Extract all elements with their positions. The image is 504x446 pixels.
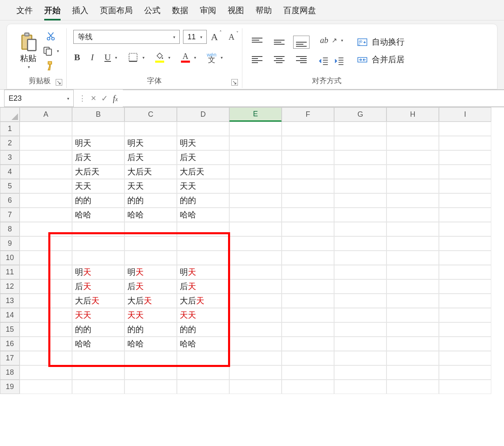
cell[interactable]: 大后天	[177, 294, 229, 308]
cell[interactable]	[386, 322, 439, 337]
cell[interactable]: 后天	[124, 150, 177, 165]
cell[interactable]	[282, 222, 334, 236]
cell[interactable]: 明天	[177, 136, 229, 150]
increase-indent-button[interactable]	[333, 55, 346, 67]
cell[interactable]	[334, 193, 386, 208]
cell[interactable]: 明天	[72, 136, 124, 150]
cell[interactable]	[334, 279, 386, 294]
font-size-combo[interactable]: 11 ▾	[183, 30, 207, 44]
copy-button[interactable]: ▾	[41, 45, 60, 57]
cell[interactable]	[439, 122, 491, 136]
cell[interactable]	[282, 236, 334, 251]
cell[interactable]	[177, 380, 229, 394]
cell[interactable]	[124, 351, 177, 365]
cell[interactable]	[334, 208, 386, 222]
cell[interactable]	[229, 122, 282, 136]
merge-center-button[interactable]: 合并后居	[357, 54, 405, 65]
cell[interactable]	[386, 208, 439, 222]
cell[interactable]	[72, 365, 124, 380]
row-header[interactable]: 18	[0, 365, 20, 380]
row-header[interactable]: 2	[0, 136, 20, 150]
cell[interactable]	[386, 308, 439, 322]
cell[interactable]	[124, 236, 177, 251]
font-color-button[interactable]: A ▾	[180, 51, 197, 63]
cell[interactable]	[334, 122, 386, 136]
cell[interactable]	[282, 279, 334, 294]
cell[interactable]: 大后天	[72, 294, 124, 308]
cell[interactable]	[177, 351, 229, 365]
cell[interactable]: 大后天	[124, 165, 177, 179]
cell[interactable]	[177, 251, 229, 265]
more-icon[interactable]: ⋮	[79, 94, 86, 103]
row-header[interactable]: 5	[0, 179, 20, 193]
cell[interactable]	[334, 179, 386, 193]
cell[interactable]: 哈哈	[72, 337, 124, 351]
row-header[interactable]: 14	[0, 308, 20, 322]
cell[interactable]	[20, 136, 72, 150]
chevron-down-icon[interactable]: ▾	[28, 65, 30, 69]
cell[interactable]	[20, 308, 72, 322]
tab-data[interactable]: 数据	[172, 5, 188, 16]
cell[interactable]	[229, 279, 282, 294]
cell[interactable]	[439, 337, 491, 351]
fill-color-button[interactable]: ▾	[154, 51, 171, 63]
cell[interactable]: 的的	[72, 322, 124, 337]
cell[interactable]	[229, 222, 282, 236]
cell[interactable]: 大后天	[177, 165, 229, 179]
cell[interactable]: 天天	[124, 179, 177, 193]
row-header[interactable]: 15	[0, 322, 20, 337]
cell[interactable]: 哈哈	[177, 337, 229, 351]
cell[interactable]: 的的	[124, 322, 177, 337]
align-right-button[interactable]	[293, 53, 310, 66]
cell[interactable]	[334, 150, 386, 165]
cell[interactable]: 天天	[72, 179, 124, 193]
row-header[interactable]: 13	[0, 294, 20, 308]
cell[interactable]	[229, 265, 282, 279]
cell[interactable]: 后天	[177, 279, 229, 294]
cell[interactable]	[439, 265, 491, 279]
tab-file[interactable]: 文件	[16, 5, 33, 16]
row-header[interactable]: 4	[0, 165, 20, 179]
column-header[interactable]: A	[20, 107, 72, 122]
cell[interactable]	[334, 165, 386, 179]
column-header[interactable]: F	[282, 107, 334, 122]
cell[interactable]	[334, 308, 386, 322]
row-header[interactable]: 1	[0, 122, 20, 136]
cell[interactable]: 天天	[72, 308, 124, 322]
paste-button[interactable]: 粘贴 ▾	[19, 32, 37, 69]
enter-icon[interactable]: ✓	[101, 93, 108, 103]
cell[interactable]	[20, 122, 72, 136]
align-left-button[interactable]	[249, 53, 265, 66]
cell[interactable]	[386, 337, 439, 351]
cell[interactable]	[20, 265, 72, 279]
cell[interactable]	[20, 208, 72, 222]
cell[interactable]	[386, 265, 439, 279]
tab-help[interactable]: 帮助	[255, 5, 272, 16]
cell[interactable]	[229, 337, 282, 351]
cell[interactable]	[439, 222, 491, 236]
cell[interactable]	[229, 236, 282, 251]
cell[interactable]	[20, 365, 72, 380]
cell[interactable]: 的的	[177, 322, 229, 337]
cell[interactable]	[282, 136, 334, 150]
cell[interactable]	[439, 380, 491, 394]
cell[interactable]	[72, 122, 124, 136]
cell[interactable]	[282, 122, 334, 136]
cell[interactable]	[334, 136, 386, 150]
cell[interactable]	[20, 351, 72, 365]
cell[interactable]	[229, 251, 282, 265]
cell[interactable]	[334, 222, 386, 236]
cell[interactable]	[20, 337, 72, 351]
cell[interactable]	[229, 294, 282, 308]
cell[interactable]	[386, 279, 439, 294]
cell[interactable]: 哈哈	[177, 208, 229, 222]
cell[interactable]	[124, 380, 177, 394]
align-center-button[interactable]	[271, 53, 287, 66]
cell[interactable]	[386, 222, 439, 236]
tab-view[interactable]: 视图	[228, 5, 244, 16]
cell[interactable]	[386, 236, 439, 251]
cancel-icon[interactable]: ×	[91, 93, 96, 104]
cell[interactable]: 后天	[72, 279, 124, 294]
select-all-corner[interactable]	[0, 107, 20, 122]
cell[interactable]	[282, 294, 334, 308]
